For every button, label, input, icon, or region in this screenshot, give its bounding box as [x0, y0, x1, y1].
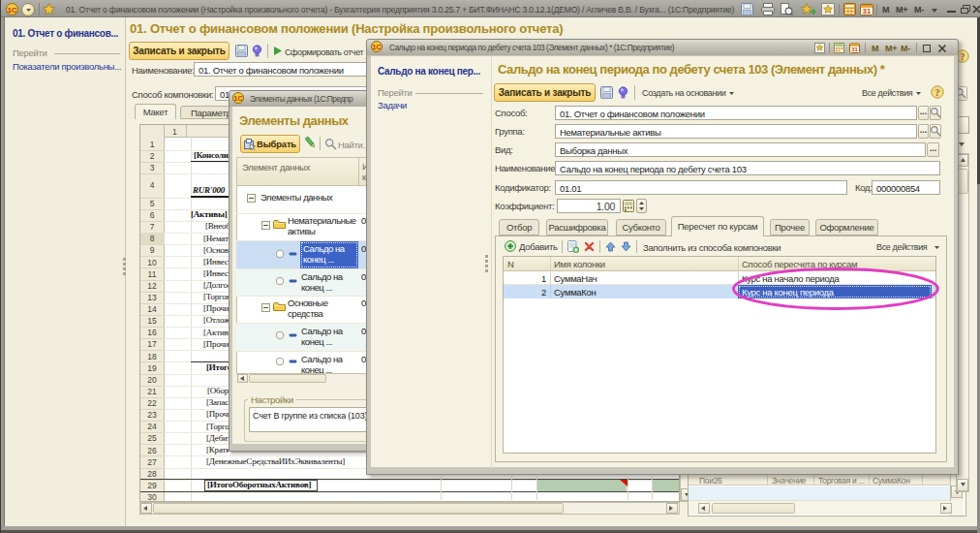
svg-text:31: 31 [851, 47, 858, 52]
svg-text:1С: 1С [234, 95, 243, 102]
svg-text:?: ? [935, 87, 940, 98]
svg-text:31: 31 [863, 7, 871, 16]
svg-text:?: ? [961, 51, 965, 62]
svg-text:1С: 1С [373, 44, 382, 50]
svg-text:1С: 1С [7, 6, 16, 15]
